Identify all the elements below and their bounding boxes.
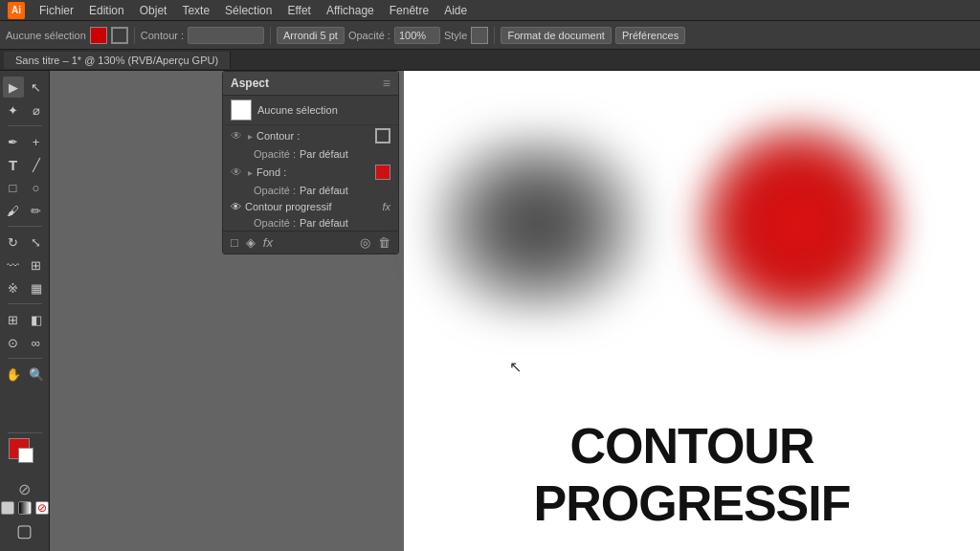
menu-objet[interactable]: Objet (133, 2, 174, 19)
zoom-tool[interactable]: 🔍 (26, 364, 47, 385)
tools-divider-2 (8, 226, 42, 227)
clear-btn[interactable]: ◎ (360, 235, 370, 250)
style-label: Style (444, 30, 467, 41)
aspect-selection-row: Aucune sélection (223, 96, 398, 125)
background-swatch[interactable] (18, 448, 33, 463)
gradient-tool[interactable]: ◧ (26, 309, 47, 330)
add-new-fill-btn[interactable]: ◈ (246, 235, 256, 250)
menu-edition[interactable]: Edition (82, 2, 131, 19)
fill-btn[interactable] (1, 501, 14, 515)
artboard: CONTOUR PROGRESSIF ↖ (404, 71, 980, 551)
none-swatch[interactable]: ⊘ (14, 478, 35, 499)
toolbar-separator-2 (270, 27, 271, 44)
pencil-tool[interactable]: ✏ (26, 200, 47, 221)
artboard-tool[interactable]: ▢ (10, 520, 40, 541)
fond-opacity-label: Opacité : (254, 185, 296, 196)
column-graph-tool[interactable]: ▦ (26, 277, 47, 298)
blend-tool[interactable]: ∞ (26, 332, 47, 353)
warp-tool[interactable]: 〰 (3, 254, 24, 276)
free-transform-tool[interactable]: ⊞ (26, 254, 47, 276)
aspect-panel-close[interactable]: ≡ (383, 76, 390, 91)
lasso-tool[interactable]: ⌀ (26, 99, 47, 121)
mesh-tool[interactable]: ⊞ (3, 309, 24, 330)
contour-progressif-label: Contour progressif (245, 201, 378, 212)
menu-aide[interactable]: Aide (437, 2, 474, 19)
menu-affichage[interactable]: Affichage (320, 2, 381, 19)
fond-label: Fond : (256, 166, 371, 178)
fond-swatch[interactable] (375, 165, 390, 180)
delete-btn[interactable]: 🗑 (378, 235, 390, 250)
opacite-label: Opacité : (348, 30, 390, 41)
paintbrush-tool[interactable]: 🖌 (3, 200, 24, 221)
contour-opacity-row: Opacité : Par défaut (223, 146, 398, 162)
tools-divider-4 (8, 358, 42, 359)
fond-expand-icon[interactable]: ▸ (248, 167, 253, 178)
rect-tool[interactable]: □ (3, 177, 24, 198)
fill-swatch[interactable] (90, 27, 107, 44)
fond-opacity-value: Par défaut (300, 185, 348, 196)
hand-tool[interactable]: ✋ (3, 364, 24, 385)
scale-tool[interactable]: ⤡ (26, 231, 47, 253)
menu-effet[interactable]: Effet (280, 2, 317, 19)
none-btn[interactable]: ⊘ (35, 501, 49, 515)
preferences-btn[interactable]: Préférences (615, 27, 685, 44)
app-logo: Ai (8, 2, 25, 19)
direct-selection-tool[interactable]: ↖ (26, 77, 47, 98)
menu-selection[interactable]: Sélection (218, 2, 278, 19)
tools-divider-5 (8, 432, 42, 433)
pen-tool[interactable]: ✒ (3, 131, 24, 152)
add-anchor-tool[interactable]: + (26, 131, 47, 152)
opacite-input[interactable] (394, 27, 440, 44)
line-tool[interactable]: ╱ (26, 154, 47, 175)
fond-row: 👁 ▸ Fond : (223, 162, 398, 183)
ellipse-tool[interactable]: ○ (26, 177, 47, 198)
blurry-circle-shape (693, 119, 903, 329)
aspect-panel-title: Aspect (231, 77, 269, 90)
fond-visibility-icon[interactable]: 👁 (231, 165, 244, 179)
contour-opacity-label: Opacité : (254, 148, 296, 160)
fx-btn[interactable]: fx (263, 235, 273, 250)
magic-wand-tool[interactable]: ✦ (3, 99, 24, 121)
fx-badge: fx (382, 201, 390, 212)
document-tab[interactable]: Sans titre – 1* @ 130% (RVB/Aperçu GPU) (4, 52, 231, 69)
contour-input[interactable] (188, 27, 264, 44)
canvas-area: Aspect ≡ Aucune sélection 👁 ▸ Contour : … (50, 71, 980, 551)
eyedropper-tool[interactable]: ⊙ (3, 332, 24, 353)
tools-panel: ▶ ↖ ✦ ⌀ ✒ + T ╱ □ ○ 🖌 ✏ ↻ ⤡ 〰 (0, 71, 50, 551)
contour-row: 👁 ▸ Contour : (223, 125, 398, 146)
aspect-panel-footer: □ ◈ fx ◎ 🗑 (223, 231, 398, 253)
selection-tool[interactable]: ▶ (3, 77, 24, 98)
add-new-stroke-btn[interactable]: □ (231, 235, 238, 250)
progressif-opacity-value: Par défaut (300, 217, 348, 229)
aspect-sel-swatch (231, 99, 252, 121)
progressif-opacity-row: Opacité : Par défaut (223, 215, 398, 231)
main-area: ▶ ↖ ✦ ⌀ ✒ + T ╱ □ ○ 🖌 ✏ ↻ ⤡ 〰 (0, 71, 980, 551)
menu-bar: Ai Fichier Edition Objet Texte Sélection… (0, 0, 980, 21)
fond-opacity-row: Opacité : Par défaut (223, 183, 398, 198)
tab-bar: Sans titre – 1* @ 130% (RVB/Aperçu GPU) (0, 50, 980, 71)
menu-texte[interactable]: Texte (175, 2, 216, 19)
aspect-panel-header[interactable]: Aspect ≡ (223, 72, 398, 96)
main-toolbar: Aucune sélection Contour : Arrondi 5 pt … (0, 21, 980, 50)
contour-visibility-icon[interactable]: 👁 (231, 129, 244, 143)
symbol-tool[interactable]: ※ (3, 277, 24, 298)
arrondi-btn[interactable]: Arrondi 5 pt (277, 27, 345, 44)
tools-divider-1 (8, 125, 42, 126)
toolbar-separator-1 (134, 27, 135, 44)
gradient-btn[interactable] (18, 501, 32, 515)
stroke-swatch[interactable] (111, 27, 128, 44)
format-document-btn[interactable]: Format de document (501, 27, 612, 44)
contour-label: Contour : (256, 130, 371, 142)
menu-fichier[interactable]: Fichier (33, 2, 80, 19)
contour-swatch[interactable] (375, 128, 390, 143)
menu-fenetre[interactable]: Fenêtre (383, 2, 435, 19)
progressif-visibility-icon[interactable]: 👁 (231, 201, 241, 212)
contour-expand-icon[interactable]: ▸ (248, 131, 253, 142)
blurry-square-shape (428, 128, 648, 320)
color-swatch-area[interactable] (9, 438, 41, 471)
canvas-main-text: CONTOUR PROGRESSIF (433, 417, 951, 532)
tools-divider-3 (8, 303, 42, 304)
style-swatch[interactable] (471, 27, 488, 44)
rotate-tool[interactable]: ↻ (3, 231, 24, 253)
type-tool[interactable]: T (3, 154, 24, 175)
